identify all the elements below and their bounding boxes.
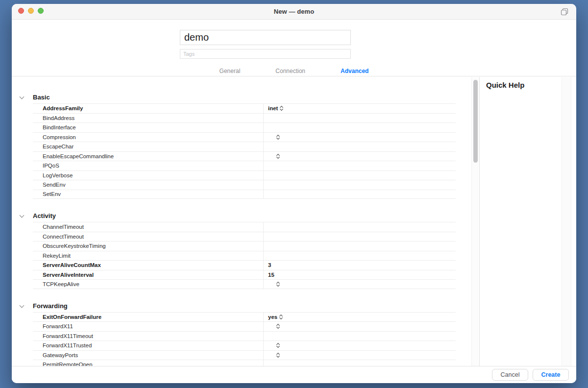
main-scrollbar-track[interactable] (471, 77, 479, 366)
property-value-cell[interactable] (263, 222, 456, 232)
property-row: Compression (33, 132, 456, 142)
main-scrollbar-thumb[interactable] (473, 80, 478, 163)
property-label: AddressFamily (33, 105, 263, 111)
quick-help-panel: Quick Help (480, 77, 576, 366)
window-tabs-icon[interactable] (561, 8, 568, 16)
property-value-cell[interactable] (263, 242, 456, 251)
tab-advanced[interactable]: Advanced (341, 68, 368, 74)
property-value-cell[interactable] (263, 171, 456, 180)
window-title: New — demo (274, 8, 315, 15)
property-row: ServerAliveCountMax3 (33, 260, 456, 270)
property-value-cell[interactable] (263, 114, 456, 123)
dialog-window: New — demo General Connection Advanced B… (12, 4, 576, 383)
property-row: AddressFamilyinet (33, 103, 456, 113)
property-value: 15 (268, 272, 274, 278)
chevron-down-icon[interactable] (20, 213, 24, 218)
tab-general[interactable]: General (220, 68, 241, 74)
property-label: SendEnv (33, 182, 263, 188)
property-value-cell[interactable] (263, 161, 456, 170)
property-label: BindAddress (33, 115, 263, 121)
property-row: LogVerbose (33, 170, 456, 180)
section-header[interactable]: Activity (33, 211, 456, 222)
traffic-lights (18, 8, 44, 14)
section-title: Activity (33, 212, 56, 219)
property-label: TCPKeepAlive (33, 281, 263, 287)
settings-section: ActivityChannelTimeoutConnectTimeoutObsc… (33, 211, 456, 289)
property-row: GatewayPorts (33, 350, 456, 360)
property-value-cell[interactable]: 3 (263, 261, 456, 270)
stepper-icon[interactable] (277, 353, 279, 357)
settings-body: BasicAddressFamilyinetBindAddressBindInt… (12, 77, 576, 366)
property-label: EnableEscapeCommandline (33, 153, 263, 159)
section-header[interactable]: Forwarding (33, 301, 456, 312)
property-row: ServerAliveInterval15 (33, 270, 456, 280)
help-scrollbar-track[interactable] (562, 77, 571, 366)
property-value-cell[interactable] (263, 251, 456, 261)
property-value-cell[interactable] (263, 351, 456, 360)
settings-section: ForwardingExitOnForwardFailureyesForward… (33, 301, 456, 366)
property-row: IPQoS (33, 161, 456, 170)
property-label: ExitOnForwardFailure (33, 314, 263, 320)
property-value-cell[interactable] (263, 280, 456, 289)
property-label: LogVerbose (33, 172, 263, 178)
titlebar: New — demo (12, 4, 576, 20)
property-value: 3 (268, 262, 271, 268)
minimize-window-button[interactable] (28, 8, 34, 14)
chevron-down-icon[interactable] (20, 303, 24, 308)
property-value: inet (268, 105, 278, 111)
property-row: SendEnv (33, 180, 456, 190)
chevron-down-icon[interactable] (20, 95, 24, 99)
settings-list: BasicAddressFamilyinetBindAddressBindInt… (33, 93, 456, 366)
property-value-cell[interactable] (263, 180, 456, 190)
tab-bar: General Connection Advanced (12, 67, 576, 75)
property-row: BindAddress (33, 113, 456, 123)
cancel-button[interactable]: Cancel (492, 369, 528, 381)
close-window-button[interactable] (18, 8, 24, 14)
property-value-cell[interactable] (263, 332, 456, 341)
stepper-icon[interactable] (277, 154, 279, 158)
settings-list-pane: BasicAddressFamilyinetBindAddressBindInt… (12, 77, 471, 366)
property-label: Compression (33, 134, 263, 140)
section-rows: ChannelTimeoutConnectTimeoutObscureKeyst… (33, 222, 456, 289)
property-value-cell[interactable]: yes (263, 313, 456, 322)
tab-connection[interactable]: Connection (275, 68, 305, 74)
settings-section: BasicAddressFamilyinetBindAddressBindInt… (33, 93, 456, 199)
property-value-cell[interactable] (263, 152, 456, 161)
zoom-window-button[interactable] (38, 8, 44, 14)
property-row: ForwardX11Trusted (33, 340, 456, 350)
property-label: EscapeChar (33, 144, 263, 149)
stepper-icon[interactable] (277, 282, 279, 286)
property-value-cell[interactable] (263, 322, 456, 331)
create-button[interactable]: Create (533, 369, 569, 381)
property-label: BindInterface (33, 124, 263, 130)
section-rows: AddressFamilyinetBindAddressBindInterfac… (33, 103, 456, 199)
property-value-cell[interactable] (263, 123, 456, 132)
tags-input[interactable] (180, 49, 351, 59)
property-value: yes (268, 314, 277, 320)
stepper-icon[interactable] (277, 135, 279, 139)
property-value-cell[interactable] (263, 341, 456, 350)
stepper-icon[interactable] (277, 343, 279, 347)
property-row: EscapeChar (33, 142, 456, 151)
stepper-icon[interactable] (280, 315, 282, 319)
form-header: General Connection Advanced (12, 20, 576, 76)
property-label: ConnectTimeout (33, 234, 263, 240)
section-header[interactable]: Basic (33, 93, 456, 103)
property-value-cell[interactable] (263, 360, 456, 366)
property-value-cell[interactable] (263, 133, 456, 142)
property-value-cell[interactable] (263, 190, 456, 199)
property-value-cell[interactable]: inet (263, 104, 456, 113)
property-value-cell[interactable] (263, 142, 456, 151)
property-row: ForwardX11 (33, 321, 456, 331)
name-input[interactable] (180, 30, 351, 45)
property-value-cell[interactable]: 15 (263, 270, 456, 280)
property-row: EnableEscapeCommandline (33, 151, 456, 161)
property-row: RekeyLimit (33, 251, 456, 261)
property-row: ConnectTimeout (33, 232, 456, 242)
quick-help-title: Quick Help (486, 81, 524, 89)
stepper-icon[interactable] (280, 106, 283, 110)
property-value-cell[interactable] (263, 232, 456, 242)
section-title: Forwarding (33, 302, 68, 310)
stepper-icon[interactable] (277, 324, 279, 328)
dialog-footer: Cancel Create (12, 366, 576, 383)
